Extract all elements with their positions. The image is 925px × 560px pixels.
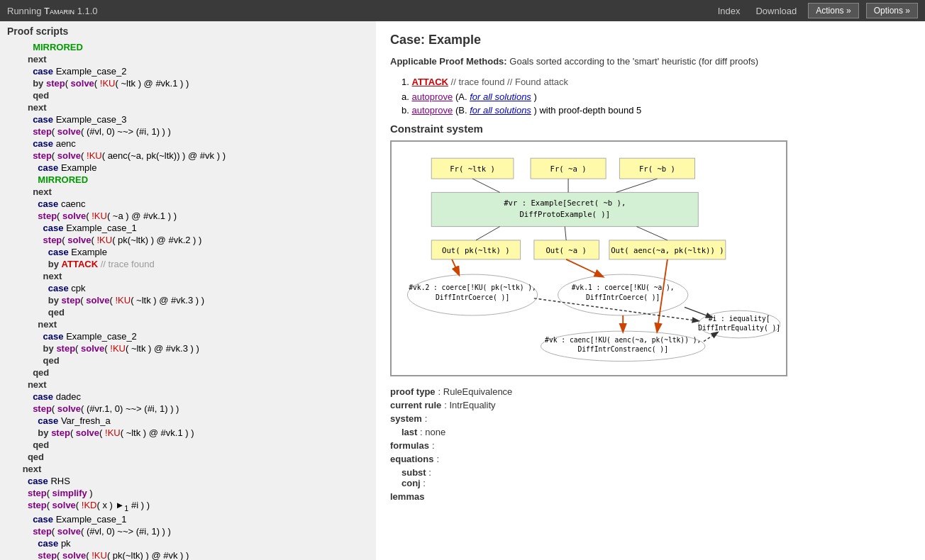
left-panel[interactable]: Proof scripts MIRRORED next case Example…	[0, 21, 376, 560]
proof-line: case Example	[0, 246, 376, 258]
proof-line: qed	[0, 354, 376, 366]
left-wrapper: Proof scripts MIRRORED next case Example…	[0, 21, 376, 560]
svg-text:#i : iequality[: #i : iequality[	[709, 315, 770, 323]
formulas-row: formulas :	[390, 440, 911, 451]
download-link[interactable]: Download	[751, 6, 801, 16]
proof-line: case cpk	[0, 282, 376, 294]
proof-line: step( solve( (#vr.1, 0) ~~> (#i, 1) ) )	[0, 403, 376, 415]
right-panel[interactable]: Case: Example Applicable Proof Methods: …	[376, 21, 925, 560]
system-row: system :	[390, 413, 911, 424]
app-title: Running Tamarin 1.1.0	[7, 6, 707, 16]
svg-text:Out( ~a ): Out( ~a )	[545, 246, 586, 254]
conj-row: conj :	[401, 478, 911, 488]
proof-line: by step( solve( !KU( ~ltk ) @ #vk.1 ) )	[0, 427, 376, 439]
current-rule-value: : IntrEquality	[444, 400, 495, 410]
proof-item-a: a. autoprove (A. for all solutions )	[401, 91, 911, 102]
options-button[interactable]: Options »	[866, 3, 918, 18]
svg-text:#vr : Example[Secret( ~b ),: #vr : Example[Secret( ~b ),	[504, 198, 626, 207]
svg-line-34	[566, 259, 602, 276]
proof-type-row: proof type : RuleEquivalence	[390, 386, 911, 397]
svg-text:DiffIntrCoerce( )]: DiffIntrCoerce( )]	[586, 293, 660, 301]
proof-line: case Example_case_1	[0, 222, 376, 234]
proof-line: qed	[0, 306, 376, 318]
main-layout: Proof scripts MIRRORED next case Example…	[0, 21, 925, 560]
svg-text:DiffIntrEquality( )]: DiffIntrEquality( )]	[698, 324, 780, 332]
svg-text:Fr( ~b ): Fr( ~b )	[639, 164, 675, 173]
svg-line-15	[472, 179, 500, 192]
proof-line: step( solve( !KU( ~a ) @ #vk.1 ) )	[0, 210, 376, 222]
proof-line: step( solve( !KD( x ) ►1 #i ) )	[0, 499, 376, 513]
proof-type-label: proof type	[390, 386, 436, 397]
proof-line: case pk	[0, 537, 376, 549]
formulas-colon: :	[432, 440, 435, 451]
proof-line: by ATTACK // trace found	[0, 258, 376, 270]
proof-line: case Example_case_3	[0, 113, 376, 125]
svg-text:#vk.1 : coerce[!KU( ~a ),: #vk.1 : coerce[!KU( ~a ),	[572, 284, 675, 291]
smart-heuristic: Goals sorted according to the 'smart' he…	[509, 56, 758, 67]
autoprove-b-paren: (B.	[455, 105, 470, 116]
proof-line: MIRRORED	[0, 174, 376, 186]
proof-item-b: b. autoprove (B. for all solutions ) wit…	[401, 105, 911, 116]
proof-line: case Example	[0, 162, 376, 174]
svg-line-17	[616, 179, 658, 192]
autoprove-b-link[interactable]: autoprove	[411, 105, 453, 116]
current-rule-label: current rule	[390, 400, 441, 410]
proof-line: next	[0, 101, 376, 113]
proof-line: step( solve( (#vl, 0) ~~> (#i, 1) ) )	[0, 125, 376, 138]
constraint-label: Constraint system	[390, 123, 911, 135]
svg-text:DiffIntrCoerce( )]: DiffIntrCoerce( )]	[436, 293, 509, 301]
proof-line: case Example_case_1	[0, 513, 376, 525]
applicable-proof-section: Applicable Proof Methods: Goals sorted a…	[390, 56, 911, 67]
proof-line: case Example_case_2	[0, 65, 376, 77]
proof-scripts-title: Proof scripts	[0, 21, 376, 41]
proof-line: case RHS	[0, 475, 376, 487]
proof-type-value: : RuleEquivalence	[438, 386, 513, 397]
autoprove-a-paren: (A.	[455, 91, 470, 102]
for-all-b-link[interactable]: for all solutions	[470, 105, 531, 116]
svg-text:#vk.2 : coerce[!KU( pk(~ltk) ): #vk.2 : coerce[!KU( pk(~ltk) ),	[409, 284, 536, 291]
constraint-diagram: Fr( ~ltk ) Fr( ~a ) Fr( ~b ) #vr : Examp…	[390, 140, 787, 376]
version-label: 1.1.0	[77, 6, 98, 16]
svg-text:DiffProtoExample( )]: DiffProtoExample( )]	[519, 210, 610, 218]
svg-text:Fr( ~a ): Fr( ~a )	[550, 164, 587, 173]
index-link[interactable]: Index	[714, 6, 745, 16]
case-title: Case: Example	[390, 33, 911, 47]
trace-comment: // trace found // Found attack	[451, 77, 568, 87]
for-all-a-link[interactable]: for all solutions	[470, 91, 531, 102]
svg-text:DiffIntrConstraenc( )]: DiffIntrConstraenc( )]	[577, 345, 668, 353]
proof-line: step( solve( !KU( pk(~ltk) ) @ #vk ) )	[0, 549, 376, 560]
options-group: Options »	[866, 3, 918, 18]
proof-line: by step( solve( !KU( ~ltk ) @ #vk.3 ) )	[0, 294, 376, 306]
subst-colon: :	[428, 467, 431, 478]
equations-label: equations	[390, 454, 433, 464]
system-label: system	[390, 413, 422, 424]
proof-line: step( solve( !KU( pk(~ltk) ) @ #vk.2 ) )	[0, 234, 376, 246]
attack-link[interactable]: ATTACK	[411, 77, 448, 87]
subst-row: subst :	[401, 467, 911, 478]
actions-button[interactable]: Actions »	[808, 3, 858, 18]
actions-group: Actions »	[808, 3, 858, 18]
svg-line-18	[476, 227, 500, 240]
with-proof-depth: ) with proof-depth bound 5	[534, 105, 642, 116]
proof-line: qed	[0, 89, 376, 101]
svg-text:Fr( ~ltk ): Fr( ~ltk )	[450, 164, 495, 173]
svg-line-33	[452, 259, 459, 274]
last-row: last : none	[401, 427, 911, 437]
svg-line-37	[685, 307, 712, 317]
proof-item-1: 1. ATTACK // trace found // Found attack	[401, 77, 911, 87]
last-label: last	[401, 427, 417, 437]
equations-row: equations :	[390, 454, 911, 464]
proof-line: next	[0, 379, 376, 391]
proof-line: case Example_case_2	[0, 330, 376, 342]
constraint-section: Constraint system Fr( ~ltk ) Fr( ~a ) Fr…	[390, 123, 911, 502]
proof-line: step( simplify )	[0, 487, 376, 499]
equations-colon: :	[436, 454, 439, 464]
proof-line: qed	[0, 451, 376, 463]
proof-line: qed	[0, 366, 376, 379]
autoprove-a-link[interactable]: autoprove	[411, 91, 453, 102]
proof-line: MIRRORED	[0, 41, 376, 53]
applicable-label: Applicable Proof Methods:	[390, 56, 507, 67]
proof-line: step( solve( (#vl, 0) ~~> (#i, 1) ) )	[0, 525, 376, 537]
topbar: Running Tamarin 1.1.0 Index Download Act…	[0, 0, 925, 21]
system-colon: :	[425, 413, 428, 424]
